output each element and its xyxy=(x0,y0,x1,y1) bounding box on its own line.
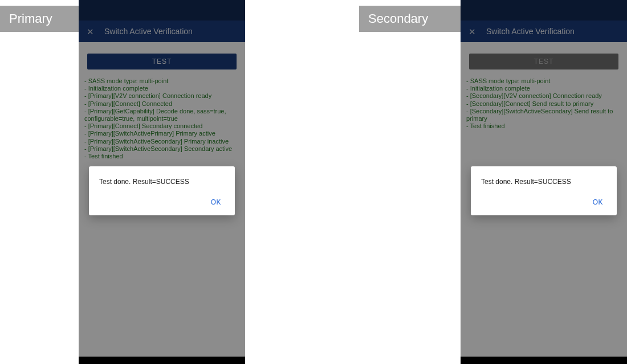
dialog-message: Test done. Result=SUCCESS xyxy=(99,178,225,186)
ok-button[interactable]: OK xyxy=(589,196,606,208)
dialog-message: Test done. Result=SUCCESS xyxy=(481,178,606,186)
ok-button[interactable]: OK xyxy=(207,196,225,208)
primary-screen: ✕ Switch Active Verification TEST - SASS… xyxy=(79,0,245,357)
result-dialog: Test done. Result=SUCCESS OK xyxy=(89,166,235,215)
android-nav-bar xyxy=(461,357,627,364)
primary-badge: Primary xyxy=(0,6,79,32)
primary-device: ✕ Switch Active Verification TEST - SASS… xyxy=(79,0,245,364)
result-dialog: Test done. Result=SUCCESS OK xyxy=(471,166,617,215)
android-nav-bar xyxy=(79,357,245,364)
secondary-badge: Secondary xyxy=(359,6,461,32)
secondary-screen: ✕ Switch Active Verification TEST - SASS… xyxy=(461,0,627,357)
secondary-device: ✕ Switch Active Verification TEST - SASS… xyxy=(461,0,627,364)
